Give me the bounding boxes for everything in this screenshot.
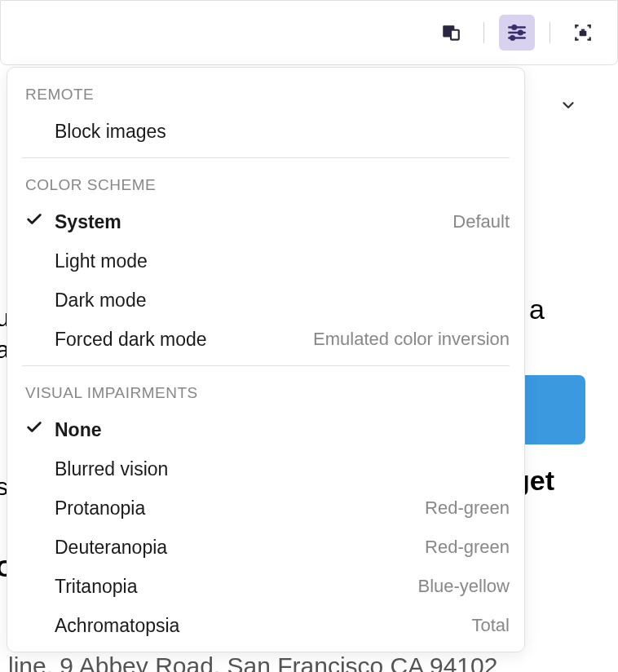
menu-item-label: Block images: [55, 121, 510, 143]
menu-item-dark-mode[interactable]: Dark mode: [22, 281, 510, 320]
menu-item-label: Protanopia: [55, 497, 425, 519]
check-icon: [25, 418, 43, 441]
menu-item-achromatopsia[interactable]: Achromatopsia Total: [22, 606, 510, 645]
menu-item-forced-dark-mode[interactable]: Forced dark mode Emulated color inversio…: [22, 320, 510, 359]
menu-item-label: Blurred vision: [55, 458, 510, 480]
section-color-scheme: Color Scheme System Default Light mode D…: [7, 158, 524, 359]
menu-item-none[interactable]: None: [22, 410, 510, 449]
menu-item-label: Tritanopia: [55, 576, 418, 598]
menu-item-hint: Total: [472, 615, 510, 636]
settings-sliders-icon[interactable]: [499, 15, 535, 51]
menu-item-protanopia[interactable]: Protanopia Red-green: [22, 489, 510, 528]
svg-rect-11: [589, 24, 591, 28]
svg-rect-17: [581, 29, 585, 31]
menu-item-label: Achromatopsia: [55, 615, 472, 637]
menu-item-hint: Red-green: [425, 537, 510, 558]
menu-item-hint: Default: [452, 211, 510, 232]
emulation-menu: Remote Block images Color Scheme System …: [7, 67, 525, 652]
section-header: Remote: [22, 68, 510, 112]
toolbar: [0, 0, 618, 65]
section-header: Color Scheme: [22, 158, 510, 202]
menu-item-label: Dark mode: [55, 290, 510, 312]
svg-rect-16: [580, 31, 587, 37]
menu-item-tritanopia[interactable]: Tritanopia Blue-yellow: [22, 567, 510, 606]
menu-item-blurred-vision[interactable]: Blurred vision: [22, 449, 510, 489]
bg-text-fragment: line. 9 Abbey Road, San Francisco CA 941…: [8, 652, 497, 672]
check-icon: [25, 210, 43, 233]
toolbar-divider: [550, 22, 550, 43]
svg-rect-1: [451, 30, 459, 40]
menu-item-hint: Blue-yellow: [418, 576, 510, 597]
menu-item-label: Light mode: [55, 250, 510, 272]
section-visual-impairments: Visual Impairments None Blurred vision P…: [7, 366, 524, 645]
menu-item-label: Deuteranopia: [55, 537, 425, 559]
capture-area-icon[interactable]: [565, 15, 601, 51]
menu-item-label: System: [55, 211, 452, 233]
menu-item-label: None: [55, 419, 510, 441]
svg-rect-13: [575, 37, 576, 40]
svg-point-5: [519, 31, 523, 35]
svg-rect-15: [589, 37, 591, 40]
menu-item-system[interactable]: System Default: [22, 202, 510, 241]
chevron-down-icon[interactable]: [559, 96, 577, 117]
section-header: Visual Impairments: [22, 366, 510, 410]
bg-text-fragment: a: [529, 294, 545, 325]
menu-item-deuteranopia[interactable]: Deuteranopia Red-green: [22, 528, 510, 567]
section-remote: Remote Block images: [7, 68, 524, 151]
menu-item-label: Forced dark mode: [55, 329, 313, 351]
svg-point-7: [510, 36, 514, 40]
menu-item-light-mode[interactable]: Light mode: [22, 241, 510, 281]
menu-item-hint: Emulated color inversion: [313, 329, 510, 350]
menu-item-hint: Red-green: [425, 497, 510, 519]
menu-item-block-images[interactable]: Block images: [22, 112, 510, 151]
devices-icon[interactable]: [433, 15, 469, 51]
svg-point-3: [512, 25, 516, 29]
toolbar-divider: [483, 22, 484, 43]
svg-rect-9: [575, 24, 576, 28]
